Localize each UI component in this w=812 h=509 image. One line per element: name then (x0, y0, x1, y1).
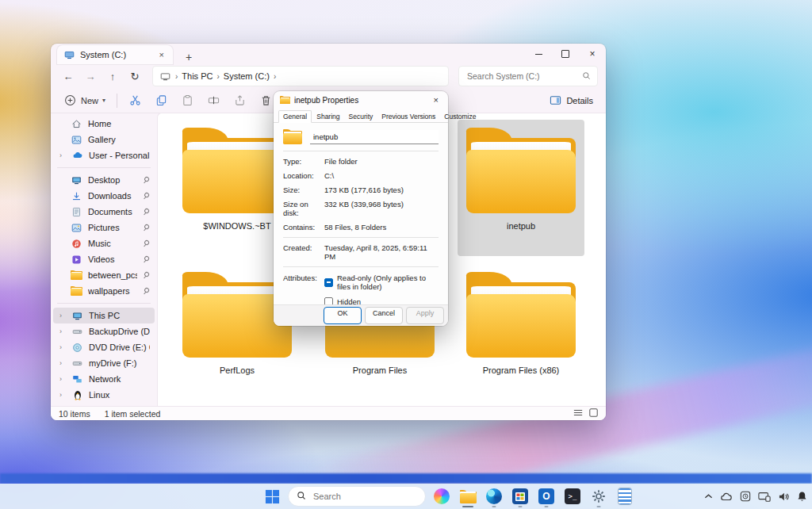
sidebar-item-dvd-drive[interactable]: › DVD Drive (E:) CCCOMA (53, 339, 155, 355)
edge-icon[interactable] (484, 486, 504, 507)
search-input[interactable] (465, 71, 577, 82)
back-button[interactable]: ← (59, 67, 78, 86)
details-view-icon[interactable] (573, 408, 583, 419)
folder-icon (71, 270, 82, 281)
divider (283, 151, 439, 151)
taskbar-search-input[interactable] (312, 491, 427, 502)
outlook-icon[interactable]: O (536, 486, 557, 507)
sidebar-item-wallpapers[interactable]: wallpapers (53, 283, 155, 299)
breadcrumb-system-c[interactable]: System (C:) (224, 71, 270, 81)
maximize-button[interactable] (552, 44, 579, 64)
taskbar-search-box[interactable] (288, 486, 426, 507)
sidebar-item-music[interactable]: Music (53, 235, 155, 251)
readonly-checkbox[interactable] (324, 278, 333, 287)
volume-tray-icon[interactable] (778, 492, 790, 502)
folder-name: Program Files (316, 365, 443, 375)
cast-display-tray-icon[interactable] (758, 492, 771, 502)
new-tab-button[interactable]: + (181, 50, 197, 64)
tab-close-icon[interactable]: × (157, 50, 167, 59)
copy-button[interactable] (150, 90, 173, 110)
dialog-title-bar[interactable]: inetpub Properties × (274, 91, 448, 109)
expand-chevron-icon[interactable]: › (59, 375, 66, 383)
sidebar-item-network[interactable]: › Network (53, 371, 155, 387)
close-button[interactable]: × (579, 44, 606, 64)
expand-chevron-icon[interactable]: › (59, 151, 66, 159)
cancel-button[interactable]: Cancel (365, 307, 403, 324)
folder-item-inetpub[interactable]: inetpub (458, 120, 584, 256)
microsoft-store-icon[interactable] (510, 486, 530, 507)
tab-customize[interactable]: Customize (440, 111, 480, 122)
minimize-button[interactable] (525, 44, 552, 64)
settings-gear-icon[interactable] (588, 486, 609, 507)
sidebar-item-videos[interactable]: Videos (53, 251, 155, 267)
expand-chevron-icon[interactable]: › (59, 343, 66, 351)
clock-app-tray-icon[interactable] (740, 491, 751, 502)
tab-security[interactable]: Security (345, 111, 377, 122)
onedrive-cloud-icon (71, 150, 83, 162)
expand-chevron-icon[interactable]: › (59, 359, 66, 367)
ok-button[interactable]: OK (324, 307, 362, 324)
readonly-label: Read-only (Only applies to files in fold… (337, 274, 439, 291)
folder-icon (466, 272, 576, 358)
up-button[interactable]: ↑ (103, 67, 122, 86)
field-label: Created: (283, 243, 324, 261)
search-box[interactable] (458, 66, 598, 86)
expand-chevron-icon[interactable]: › (59, 327, 66, 335)
address-bar[interactable]: › This PC › System (C:) › (152, 66, 449, 86)
rename-button[interactable] (202, 90, 225, 110)
sidebar-item-pictures[interactable]: Pictures (53, 220, 155, 235)
sidebar-item-downloads[interactable]: Downloads (53, 188, 155, 204)
created-value: Tuesday, April 8, 2025, 6:59:11 PM (324, 243, 439, 261)
share-button[interactable] (228, 90, 251, 110)
pin-icon (141, 223, 151, 233)
sidebar-item-onedrive[interactable]: › User - Personal (53, 147, 155, 163)
navigation-pane: Home Gallery › User - Personal Desktop (51, 113, 157, 407)
start-button[interactable] (262, 486, 282, 507)
folder-name-input[interactable]: inetpub (310, 130, 439, 144)
toolbar-divider (117, 94, 117, 108)
tray-chevron-up-icon[interactable] (704, 493, 713, 499)
sidebar-item-this-pc[interactable]: › This PC (53, 308, 155, 323)
sidebar-item-mydrive[interactable]: › myDrive (F:) (53, 355, 155, 371)
sidebar-item-home[interactable]: Home (53, 116, 155, 132)
pin-icon (141, 175, 151, 186)
dialog-close-icon[interactable]: × (431, 95, 442, 105)
apply-button[interactable]: Apply (406, 307, 444, 324)
tab-previous-versions[interactable]: Previous Versions (377, 111, 439, 122)
onedrive-tray-icon[interactable] (720, 492, 733, 501)
sidebar-item-gallery[interactable]: Gallery (53, 132, 155, 147)
thumbnail-view-icon[interactable] (589, 408, 598, 419)
sidebar-item-backupdrive[interactable]: › BackupDrive (D:) (53, 323, 155, 339)
selected-count: 1 item selected (105, 409, 161, 419)
new-button[interactable]: New ▾ (59, 90, 110, 110)
tab-sharing[interactable]: Sharing (312, 111, 343, 122)
forward-button[interactable]: → (81, 67, 100, 86)
expand-chevron-icon[interactable]: › (59, 312, 66, 320)
downloads-icon (71, 190, 82, 202)
sidebar-item-desktop[interactable]: Desktop (53, 172, 155, 188)
explorer-tab[interactable]: System (C:) × (57, 45, 173, 64)
paste-button[interactable] (176, 90, 199, 110)
copilot-icon[interactable] (431, 486, 452, 507)
pin-icon (141, 207, 151, 217)
notification-bell-icon[interactable] (797, 491, 807, 502)
breadcrumb-this-pc[interactable]: This PC (182, 71, 213, 81)
title-bar: System (C:) × + × (51, 44, 606, 64)
refresh-button[interactable]: ↻ (125, 67, 144, 86)
sidebar-item-documents[interactable]: Documents (53, 204, 155, 220)
divider (283, 266, 439, 267)
sidebar-item-between-pcs[interactable]: between_pcs (53, 267, 155, 283)
terminal-icon[interactable]: >_ (562, 486, 583, 507)
details-button[interactable]: Details (544, 90, 598, 110)
sidebar-item-linux[interactable]: › Linux (53, 387, 155, 403)
tab-general[interactable]: General (278, 110, 312, 123)
search-icon (582, 71, 591, 82)
sidebar-divider (57, 303, 151, 304)
cut-button[interactable] (124, 90, 147, 110)
pictures-icon (71, 222, 82, 234)
notepad-icon[interactable] (615, 486, 635, 507)
folder-item-program-files-x86[interactable]: Program Files (x86) (458, 264, 584, 400)
expand-chevron-icon[interactable]: › (59, 391, 66, 399)
folder-name: inetpub (458, 221, 584, 231)
file-explorer-icon[interactable] (458, 486, 478, 507)
